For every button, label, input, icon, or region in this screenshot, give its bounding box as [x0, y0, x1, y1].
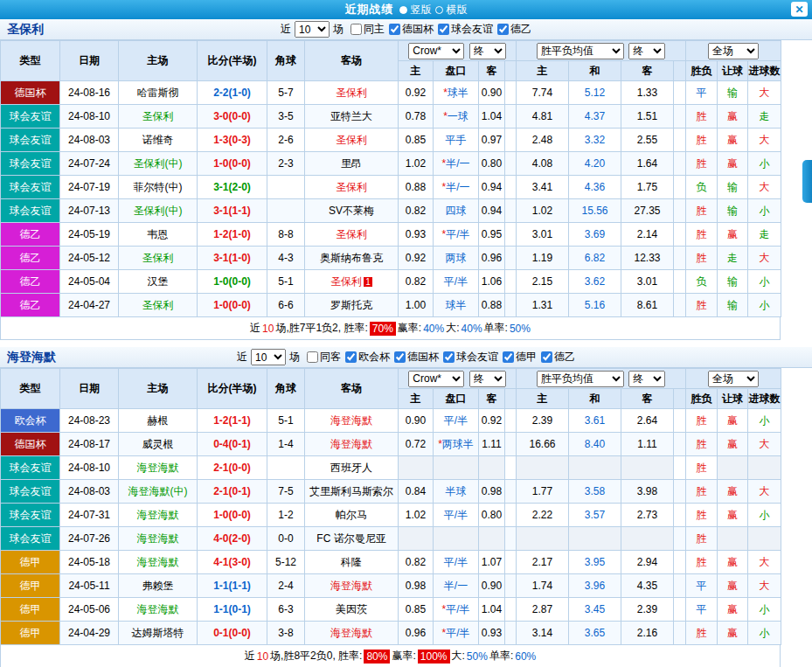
odds-source-select[interactable]: Crow*: [408, 371, 464, 387]
match-count-select[interactable]: 10: [251, 349, 286, 365]
filter-checkbox[interactable]: [497, 24, 509, 35]
euro-away-odds-cell: 1.75: [621, 176, 674, 199]
handicap-home-odds-cell: 0.82: [399, 551, 434, 574]
vertical-radio-label[interactable]: 竖版: [411, 3, 432, 17]
league-cell: 德国杯: [1, 433, 60, 456]
col-handicap-line: 盘口: [434, 389, 479, 409]
home-team-cell: 圣保利: [119, 294, 198, 317]
away-team-cell: FC 诺尔曼尼亚: [305, 527, 399, 551]
league-filter-group: 同主德国杯球会友谊德乙: [346, 22, 531, 37]
filter-option[interactable]: 球会友谊: [438, 22, 493, 37]
matches-table: 类型 日期 主场 比分(半场) 角球 客场 Crow* 终 胜平负均值 终 全场: [0, 368, 781, 645]
filter-option[interactable]: 同客: [307, 350, 341, 365]
match-count-select[interactable]: 10: [295, 21, 330, 38]
filter-checkbox[interactable]: [394, 351, 406, 363]
filter-checkbox[interactable]: [503, 351, 514, 363]
handicap-line-cell: 两球: [434, 247, 479, 270]
corner-cell: 5-12: [267, 551, 305, 574]
favorite-star: *: [441, 157, 446, 170]
result-cell: 胜: [686, 409, 718, 433]
spacer-cell: [674, 622, 686, 645]
filter-checkbox[interactable]: [438, 24, 449, 35]
filter-checkbox[interactable]: [443, 351, 455, 363]
euro-draw-odds-cell: 3.65: [569, 622, 621, 645]
summary-text: 大:: [452, 649, 465, 664]
filter-checkbox[interactable]: [389, 24, 400, 35]
filter-label: 德乙: [510, 22, 531, 37]
filter-option[interactable]: 德甲: [503, 350, 537, 365]
score-cell: 1-1(1-1): [198, 574, 267, 598]
odds-source-select[interactable]: Crow*: [408, 43, 464, 59]
euro-home-odds-cell: 1.19: [517, 247, 569, 270]
spacer-cell: [505, 574, 517, 598]
filter-checkbox[interactable]: [345, 351, 357, 363]
goals-result-cell: 走: [748, 223, 781, 247]
handicap-away-odds-cell: 1.11: [479, 433, 505, 456]
filter-option[interactable]: 球会友谊: [443, 350, 498, 365]
summary-text: 场,胜8平2负0, 胜率:: [270, 649, 362, 664]
filter-option[interactable]: 德国杯: [394, 350, 439, 365]
spacer-cell: [505, 105, 517, 129]
handicap-final-select[interactable]: 终: [469, 371, 506, 387]
cover-result-cell: 输: [718, 81, 748, 105]
spacer-cell: [505, 433, 517, 456]
filter-checkbox[interactable]: [350, 24, 362, 35]
vertical-radio[interactable]: [399, 6, 407, 14]
handicap-home-odds-cell: 1.02: [399, 504, 434, 527]
handicap-line-cell: *球半: [434, 81, 479, 105]
home-team-cell: 赫根: [119, 409, 198, 433]
spacer-cell: [674, 294, 686, 317]
date-cell: 24-08-17: [60, 433, 119, 456]
away-team-cell: 里昂: [305, 152, 399, 176]
filter-option[interactable]: 德乙: [497, 22, 531, 37]
handicap-home-odds-cell: 1.00: [399, 294, 434, 317]
avg-odds-select[interactable]: 胜平负均值: [537, 43, 624, 59]
layout-radio-group: 竖版 横版: [399, 3, 468, 17]
spacer-cell: [674, 527, 686, 551]
result-cell: 胜: [686, 152, 718, 176]
result-cell: 胜: [686, 199, 718, 223]
date-cell: 24-05-11: [60, 574, 119, 598]
euro-draw-odds-cell: 5.16: [569, 294, 621, 317]
cover-result-cell: 赢: [718, 105, 748, 129]
spacer-col: [505, 389, 517, 409]
euro-home-odds-cell: 3.14: [517, 622, 569, 645]
spacer-cell: [674, 409, 686, 433]
euro-draw-odds-cell: 3.96: [569, 574, 621, 598]
home-team-cell: 汉堡: [119, 270, 198, 294]
close-button[interactable]: ✕: [791, 2, 808, 17]
league-cell: 球会友谊: [1, 152, 60, 176]
handicap-final-select[interactable]: 终: [469, 43, 506, 59]
handicap-home-odds-cell: 0.90: [399, 409, 434, 433]
horizontal-radio[interactable]: [435, 6, 443, 14]
filter-checkbox[interactable]: [307, 351, 318, 363]
scope-select[interactable]: 全场: [708, 371, 759, 387]
spacer-cell: [674, 598, 686, 622]
result-cell: 胜: [686, 480, 718, 504]
date-cell: 24-07-24: [60, 152, 119, 176]
result-cell: 胜: [686, 456, 718, 480]
avg-final-select[interactable]: 终: [628, 43, 665, 59]
goals-result-cell: 小: [748, 270, 781, 294]
average-controls: 胜平负均值 终: [517, 41, 686, 61]
league-cell: 欧会杯: [1, 409, 60, 433]
avg-odds-select[interactable]: 胜平负均值: [537, 371, 624, 387]
filter-option[interactable]: 德国杯: [389, 22, 434, 37]
filter-option[interactable]: 同主: [350, 22, 385, 37]
spacer-cell: [674, 270, 686, 294]
result-cell: 胜: [686, 551, 718, 574]
euro-draw-odds-cell: 3.58: [569, 480, 621, 504]
rate-chip: 100%: [418, 650, 450, 664]
euro-draw-odds-cell: [569, 456, 621, 480]
avg-final-select[interactable]: 终: [628, 371, 665, 387]
filter-option[interactable]: 德乙: [541, 350, 575, 365]
filter-checkbox[interactable]: [541, 351, 552, 363]
scope-select[interactable]: 全场: [708, 43, 759, 59]
handicap-line-cell: *平/半: [434, 622, 479, 645]
filter-option[interactable]: 欧会杯: [345, 350, 390, 365]
side-panel-handle[interactable]: [802, 160, 812, 203]
spacer-cell: [674, 152, 686, 176]
horizontal-radio-label[interactable]: 横版: [447, 3, 468, 17]
euro-home-odds-cell: 4.81: [517, 105, 569, 129]
home-team-cell: 海登海默(中): [119, 480, 198, 504]
